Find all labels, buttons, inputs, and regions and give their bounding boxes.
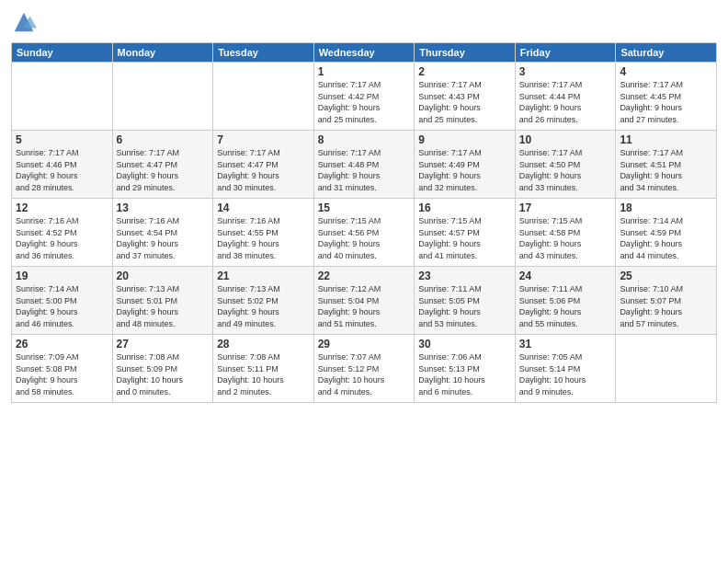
day-number: 22: [318, 270, 411, 282]
calendar-cell: 24Sunrise: 7:11 AM Sunset: 5:06 PM Dayli…: [515, 267, 616, 335]
calendar-cell: 18Sunrise: 7:14 AM Sunset: 4:59 PM Dayli…: [616, 199, 717, 267]
day-info: Sunrise: 7:16 AM Sunset: 4:52 PM Dayligh…: [16, 215, 108, 261]
day-number: 6: [117, 133, 210, 146]
day-info: Sunrise: 7:15 AM Sunset: 4:56 PM Dayligh…: [318, 215, 411, 261]
day-info: Sunrise: 7:11 AM Sunset: 5:06 PM Dayligh…: [519, 283, 612, 329]
day-number: 20: [117, 270, 210, 282]
day-number: 21: [217, 270, 310, 282]
logo: [11, 9, 40, 35]
calendar-cell: 2Sunrise: 7:17 AM Sunset: 4:43 PM Daylig…: [415, 63, 516, 131]
calendar-cell: 11Sunrise: 7:17 AM Sunset: 4:51 PM Dayli…: [616, 131, 717, 199]
day-info: Sunrise: 7:17 AM Sunset: 4:44 PM Dayligh…: [519, 79, 612, 125]
logo-icon: [11, 9, 37, 35]
day-info: Sunrise: 7:10 AM Sunset: 5:07 PM Dayligh…: [620, 283, 712, 329]
day-info: Sunrise: 7:07 AM Sunset: 5:12 PM Dayligh…: [318, 351, 411, 397]
calendar-cell: 25Sunrise: 7:10 AM Sunset: 5:07 PM Dayli…: [616, 267, 717, 335]
day-number: 11: [620, 133, 712, 146]
calendar-cell: [112, 63, 213, 131]
day-number: 1: [318, 65, 411, 78]
day-info: Sunrise: 7:05 AM Sunset: 5:14 PM Dayligh…: [519, 351, 612, 397]
day-number: 7: [217, 133, 310, 146]
day-number: 18: [620, 201, 712, 214]
day-number: 29: [318, 338, 411, 350]
calendar-cell: 31Sunrise: 7:05 AM Sunset: 5:14 PM Dayli…: [515, 335, 616, 403]
page-container: SundayMondayTuesdayWednesdayThursdayFrid…: [0, 0, 728, 563]
day-info: Sunrise: 7:17 AM Sunset: 4:42 PM Dayligh…: [318, 79, 411, 125]
day-info: Sunrise: 7:17 AM Sunset: 4:45 PM Dayligh…: [620, 79, 712, 125]
day-info: Sunrise: 7:17 AM Sunset: 4:43 PM Dayligh…: [418, 79, 511, 125]
calendar-week-row: 19Sunrise: 7:14 AM Sunset: 5:00 PM Dayli…: [12, 267, 717, 335]
day-info: Sunrise: 7:06 AM Sunset: 5:13 PM Dayligh…: [418, 351, 511, 397]
day-number: 12: [16, 201, 108, 214]
calendar-cell: 30Sunrise: 7:06 AM Sunset: 5:13 PM Dayli…: [415, 335, 516, 403]
day-info: Sunrise: 7:13 AM Sunset: 5:02 PM Dayligh…: [217, 283, 310, 329]
day-number: 8: [318, 133, 411, 146]
calendar-cell: 12Sunrise: 7:16 AM Sunset: 4:52 PM Dayli…: [12, 199, 113, 267]
day-number: 25: [620, 270, 712, 282]
calendar-cell: [616, 335, 717, 403]
day-info: Sunrise: 7:17 AM Sunset: 4:47 PM Dayligh…: [117, 147, 210, 193]
calendar-cell: 5Sunrise: 7:17 AM Sunset: 4:46 PM Daylig…: [12, 131, 113, 199]
day-info: Sunrise: 7:12 AM Sunset: 5:04 PM Dayligh…: [318, 283, 411, 329]
day-number: 9: [418, 133, 511, 146]
day-info: Sunrise: 7:14 AM Sunset: 5:00 PM Dayligh…: [16, 283, 108, 329]
calendar-table: SundayMondayTuesdayWednesdayThursdayFrid…: [11, 42, 717, 403]
calendar-cell: 20Sunrise: 7:13 AM Sunset: 5:01 PM Dayli…: [112, 267, 213, 335]
weekday-header: Friday: [515, 43, 616, 63]
day-number: 23: [418, 270, 511, 282]
calendar-cell: 8Sunrise: 7:17 AM Sunset: 4:48 PM Daylig…: [313, 131, 415, 199]
day-info: Sunrise: 7:17 AM Sunset: 4:46 PM Dayligh…: [16, 147, 108, 193]
day-info: Sunrise: 7:08 AM Sunset: 5:11 PM Dayligh…: [217, 351, 310, 397]
day-info: Sunrise: 7:17 AM Sunset: 4:49 PM Dayligh…: [418, 147, 511, 193]
calendar-cell: 1Sunrise: 7:17 AM Sunset: 4:42 PM Daylig…: [313, 63, 415, 131]
day-number: 31: [519, 338, 612, 350]
calendar-week-row: 12Sunrise: 7:16 AM Sunset: 4:52 PM Dayli…: [12, 199, 717, 267]
day-number: 2: [418, 65, 511, 78]
day-info: Sunrise: 7:15 AM Sunset: 4:57 PM Dayligh…: [418, 215, 511, 261]
calendar-cell: 3Sunrise: 7:17 AM Sunset: 4:44 PM Daylig…: [515, 63, 616, 131]
calendar-week-row: 5Sunrise: 7:17 AM Sunset: 4:46 PM Daylig…: [12, 131, 717, 199]
day-number: 27: [117, 338, 210, 350]
day-number: 30: [418, 338, 511, 350]
calendar-cell: 9Sunrise: 7:17 AM Sunset: 4:49 PM Daylig…: [415, 131, 516, 199]
weekday-header: Wednesday: [313, 43, 415, 63]
day-info: Sunrise: 7:15 AM Sunset: 4:58 PM Dayligh…: [519, 215, 612, 261]
calendar-cell: 27Sunrise: 7:08 AM Sunset: 5:09 PM Dayli…: [112, 335, 213, 403]
day-number: 13: [117, 201, 210, 214]
day-info: Sunrise: 7:17 AM Sunset: 4:47 PM Dayligh…: [217, 147, 310, 193]
weekday-header: Saturday: [616, 43, 717, 63]
calendar-cell: 10Sunrise: 7:17 AM Sunset: 4:50 PM Dayli…: [515, 131, 616, 199]
calendar-cell: 22Sunrise: 7:12 AM Sunset: 5:04 PM Dayli…: [313, 267, 415, 335]
calendar-cell: 23Sunrise: 7:11 AM Sunset: 5:05 PM Dayli…: [415, 267, 516, 335]
calendar-week-row: 1Sunrise: 7:17 AM Sunset: 4:42 PM Daylig…: [12, 63, 717, 131]
day-info: Sunrise: 7:14 AM Sunset: 4:59 PM Dayligh…: [620, 215, 712, 261]
calendar-cell: 6Sunrise: 7:17 AM Sunset: 4:47 PM Daylig…: [112, 131, 213, 199]
day-number: 14: [217, 201, 310, 214]
day-info: Sunrise: 7:08 AM Sunset: 5:09 PM Dayligh…: [117, 351, 210, 397]
day-info: Sunrise: 7:16 AM Sunset: 4:55 PM Dayligh…: [217, 215, 310, 261]
weekday-header: Monday: [112, 43, 213, 63]
day-number: 16: [418, 201, 511, 214]
day-number: 15: [318, 201, 411, 214]
weekday-header: Tuesday: [213, 43, 314, 63]
day-number: 10: [519, 133, 612, 146]
calendar-cell: 14Sunrise: 7:16 AM Sunset: 4:55 PM Dayli…: [213, 199, 314, 267]
day-number: 24: [519, 270, 612, 282]
day-number: 5: [16, 133, 108, 146]
day-info: Sunrise: 7:11 AM Sunset: 5:05 PM Dayligh…: [418, 283, 511, 329]
calendar-cell: 16Sunrise: 7:15 AM Sunset: 4:57 PM Dayli…: [415, 199, 516, 267]
day-info: Sunrise: 7:16 AM Sunset: 4:54 PM Dayligh…: [117, 215, 210, 261]
day-number: 19: [16, 270, 108, 282]
weekday-header: Thursday: [415, 43, 516, 63]
day-info: Sunrise: 7:13 AM Sunset: 5:01 PM Dayligh…: [117, 283, 210, 329]
day-info: Sunrise: 7:17 AM Sunset: 4:48 PM Dayligh…: [318, 147, 411, 193]
calendar-cell: [213, 63, 314, 131]
calendar-cell: 21Sunrise: 7:13 AM Sunset: 5:02 PM Dayli…: [213, 267, 314, 335]
day-info: Sunrise: 7:09 AM Sunset: 5:08 PM Dayligh…: [16, 351, 108, 397]
day-info: Sunrise: 7:17 AM Sunset: 4:50 PM Dayligh…: [519, 147, 612, 193]
calendar-cell: 13Sunrise: 7:16 AM Sunset: 4:54 PM Dayli…: [112, 199, 213, 267]
calendar-cell: [12, 63, 113, 131]
day-number: 17: [519, 201, 612, 214]
calendar-cell: 19Sunrise: 7:14 AM Sunset: 5:00 PM Dayli…: [12, 267, 113, 335]
calendar-header-row: SundayMondayTuesdayWednesdayThursdayFrid…: [12, 43, 717, 63]
